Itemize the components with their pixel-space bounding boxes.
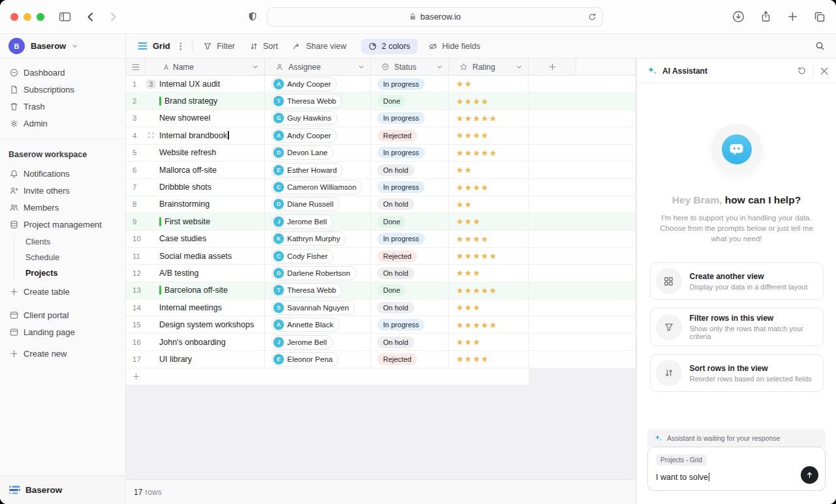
assistant-input[interactable]: I want to solve	[656, 473, 817, 482]
chevron-down-icon[interactable]	[516, 64, 522, 70]
status-cell[interactable]: In progress	[371, 231, 449, 247]
assignee-cell[interactable]: JJerome Bell	[265, 334, 371, 350]
forward-icon[interactable]	[108, 12, 118, 22]
table-row[interactable]: 2Brand strategyTTheresa WebbDone★★★★	[126, 93, 635, 110]
assignee-cell[interactable]: DDevon Lane	[265, 145, 371, 161]
tab-overview-icon[interactable]	[814, 11, 826, 23]
table-row[interactable]: 6Mallorca off-siteEEsther HowardOn hold★…	[126, 162, 635, 179]
name-cell[interactable]: 17UI library	[126, 351, 265, 367]
context-tag[interactable]: Projects - Grid	[656, 454, 707, 466]
rating-cell[interactable]: ★★	[449, 76, 529, 92]
table-row[interactable]: 17UI libraryEEleonor PenaRejected★★★★	[126, 351, 635, 368]
table-row[interactable]: 13Internal UX auditAAndy CooperIn progre…	[126, 76, 635, 93]
sidebar-item-landing-page[interactable]: Landing page	[4, 323, 121, 340]
chevron-down-icon[interactable]	[253, 64, 258, 70]
name-cell[interactable]: 4Internal brandbook	[126, 127, 265, 143]
share-view-button[interactable]: Share view	[292, 42, 347, 51]
name-cell[interactable]: 16John's onboarding	[126, 334, 265, 350]
status-cell[interactable]: On hold	[371, 265, 449, 281]
column-header-assignee[interactable]: Assignee	[265, 59, 371, 76]
status-cell[interactable]: In progress	[371, 179, 449, 195]
workspace-switcher[interactable]: B Baserow	[0, 34, 125, 59]
assignee-cell[interactable]: DDarlene Robertson	[265, 265, 371, 281]
rating-cell[interactable]: ★★★	[449, 334, 529, 350]
expand-row-icon[interactable]	[147, 132, 155, 139]
sidebar-table-projects[interactable]: Projects	[4, 265, 121, 281]
sidebar-item-admin[interactable]: Admin	[4, 115, 121, 132]
table-row[interactable]: 14Internal meetingsSSavannah NguyenOn ho…	[126, 299, 635, 316]
name-cell[interactable]: 3New showreel	[126, 110, 265, 126]
status-cell[interactable]: Rejected	[371, 351, 449, 367]
status-cell[interactable]: Done	[371, 93, 449, 109]
sidebar-item-members[interactable]: Members	[4, 199, 121, 216]
status-cell[interactable]: In progress	[371, 316, 449, 333]
assignee-cell[interactable]: KKathryn Murphy	[265, 231, 371, 247]
table-row[interactable]: 5Website refreshDDevon LaneIn progress★★…	[126, 145, 635, 162]
rating-cell[interactable]: ★★	[449, 196, 529, 213]
assignee-cell[interactable]: TTheresa Webb	[265, 282, 371, 299]
sidebar-item-project-management[interactable]: Project management	[4, 216, 121, 233]
chevron-down-icon[interactable]	[437, 64, 442, 70]
column-header-name[interactable]: A Name	[146, 59, 265, 76]
rating-cell[interactable]: ★★★	[449, 299, 529, 316]
reload-icon[interactable]	[588, 12, 596, 22]
name-cell[interactable]: 12A/B testing	[126, 265, 265, 281]
add-row-button[interactable]	[126, 368, 529, 385]
send-button[interactable]	[801, 466, 818, 484]
name-cell[interactable]: 13Internal UX audit	[126, 76, 265, 92]
view-options-kebab-icon[interactable]	[179, 42, 182, 51]
zoom-window-button[interactable]	[37, 13, 44, 21]
status-cell[interactable]: On hold	[371, 334, 449, 350]
assignee-cell[interactable]: GGuy Hawkins	[265, 110, 371, 126]
table-row[interactable]: 15Design system workshopsAAnnette BlackI…	[126, 316, 635, 333]
name-cell[interactable]: 6Mallorca off-site	[126, 162, 265, 178]
back-icon[interactable]	[85, 12, 95, 22]
downloads-icon[interactable]	[732, 10, 745, 23]
column-header-rating[interactable]: Rating	[449, 59, 529, 76]
name-cell[interactable]: 15Design system workshops	[126, 316, 265, 333]
name-cell[interactable]: 8Brainstorming	[126, 196, 265, 213]
name-cell[interactable]: 2Brand strategy	[126, 93, 265, 109]
column-header-status[interactable]: Status	[371, 59, 449, 76]
assignee-cell[interactable]: SSavannah Nguyen	[265, 299, 371, 316]
status-cell[interactable]: In progress	[371, 145, 449, 161]
prompt-card-create-another-view[interactable]: Create another viewDisplay your data in …	[650, 262, 824, 300]
assignee-cell[interactable]: AAndy Cooper	[265, 76, 371, 92]
assignee-cell[interactable]: DDiane Russell	[265, 196, 371, 213]
name-cell[interactable]: 9First website	[126, 213, 265, 230]
rating-cell[interactable]: ★★★★★	[449, 248, 529, 264]
chevron-down-icon[interactable]	[358, 64, 364, 70]
name-cell[interactable]: 10Case studies	[126, 231, 265, 247]
prompt-card-filter-rows-in-this-view[interactable]: Filter rows in this viewShow only the ro…	[650, 308, 824, 346]
privacy-shield-icon[interactable]	[247, 11, 258, 22]
row-menu-header-cell[interactable]	[126, 59, 146, 76]
sidebar-item-invite-others[interactable]: Invite others	[4, 182, 121, 199]
assignee-cell[interactable]: CCody Fisher	[265, 248, 371, 264]
row-count-badge[interactable]: 3	[146, 80, 157, 89]
status-cell[interactable]: On hold	[371, 196, 449, 213]
assignee-cell[interactable]: EEsther Howard	[265, 162, 371, 178]
sidebar-item-subscriptions[interactable]: Subscriptions	[4, 81, 121, 98]
table-row[interactable]: 8BrainstormingDDiane RussellOn hold★★	[126, 196, 635, 213]
close-window-button[interactable]	[10, 13, 18, 21]
table-row[interactable]: 16John's onboardingJJerome BellOn hold★★…	[126, 334, 635, 351]
name-cell[interactable]: 11Social media assets	[126, 248, 265, 264]
rating-cell[interactable]: ★★	[449, 162, 529, 178]
name-cell[interactable]: 14Internal meetings	[126, 299, 265, 316]
status-cell[interactable]: Rejected	[371, 127, 449, 143]
row-colors-button[interactable]: 2 colors	[361, 38, 418, 54]
search-icon[interactable]	[815, 41, 825, 51]
prompt-card-sort-rows-in-the-view[interactable]: Sort rows in the viewReorder rows based …	[650, 354, 824, 392]
sidebar-item-client-portal[interactable]: Client portal	[4, 306, 121, 323]
rating-cell[interactable]: ★★★★★	[449, 316, 529, 333]
table-row[interactable]: 10Case studiesKKathryn MurphyIn progress…	[126, 231, 635, 248]
add-field-button[interactable]	[529, 59, 576, 76]
assignee-cell[interactable]: AAndy Cooper	[265, 127, 371, 143]
browser-sidebar-toggle-icon[interactable]	[59, 11, 71, 22]
rating-cell[interactable]: ★★★★	[449, 351, 529, 367]
sort-button[interactable]: Sort	[249, 42, 278, 51]
table-row[interactable]: 9First websiteJJerome BellDone★★★	[126, 213, 635, 230]
minimize-window-button[interactable]	[23, 13, 31, 21]
table-row[interactable]: 7Dribbble shotsCCameron WilliamsonIn pro…	[126, 179, 635, 196]
sidebar-item-create-new[interactable]: Create new	[4, 345, 121, 362]
